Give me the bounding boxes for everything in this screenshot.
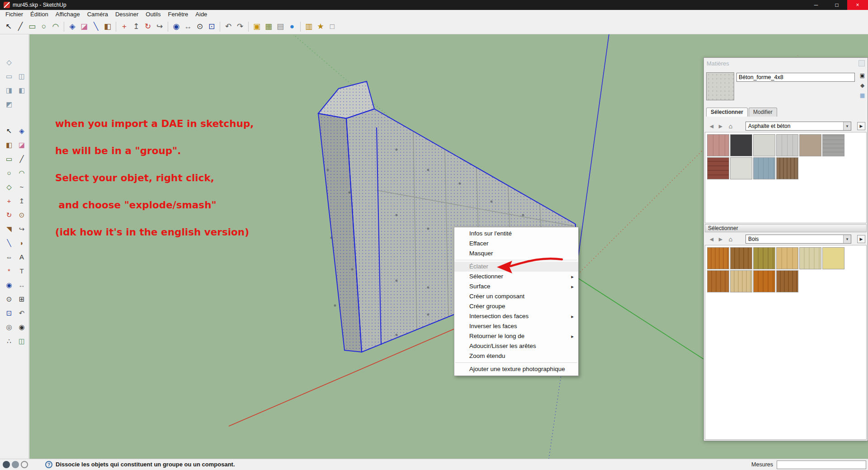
text-icon[interactable]: A: [17, 252, 27, 262]
view-top-icon[interactable]: ▭: [4, 71, 14, 81]
maximize-button[interactable]: □: [826, 0, 847, 10]
material-swatch-bois-cerise[interactable]: [753, 270, 775, 292]
circle-icon[interactable]: ○: [4, 168, 14, 178]
eraser-icon[interactable]: ◪: [78, 21, 90, 33]
material-swatch-bois-orange[interactable]: [707, 247, 729, 269]
send-to-layout-icon[interactable]: ▥: [303, 21, 315, 33]
tape-measure-icon[interactable]: ╲: [90, 21, 102, 33]
material-swatch-bois-moyen[interactable]: [776, 270, 798, 292]
details-arrow-button[interactable]: ▶: [857, 122, 865, 130]
circle-icon[interactable]: ○: [38, 21, 50, 33]
follow-me-icon[interactable]: ↪: [154, 21, 165, 33]
eraser-icon[interactable]: ◪: [17, 140, 27, 150]
context-menu-item-ajouter-une-texture-photographique[interactable]: Ajouter une texture photographique: [454, 364, 578, 374]
collection-dropdown[interactable]: Asphalte et béton ▼: [745, 122, 851, 131]
make-component-icon[interactable]: ◈: [17, 126, 27, 136]
context-menu-item-creer-groupe[interactable]: Créer groupe: [454, 301, 578, 311]
add-location-icon[interactable]: ▣: [251, 21, 263, 33]
rectangle-icon[interactable]: ▭: [4, 154, 14, 164]
position-camera-icon[interactable]: ◎: [4, 322, 14, 332]
menu-affichage[interactable]: Affichage: [52, 10, 84, 19]
orbit-icon[interactable]: ◉: [4, 280, 14, 290]
menu-outils[interactable]: Outils: [142, 10, 164, 19]
select-icon[interactable]: ↖: [4, 126, 14, 136]
context-menu-item-zoom-etendu[interactable]: Zoom étendu: [454, 351, 578, 361]
make-component-icon[interactable]: ◈: [66, 21, 78, 33]
tab-selectionner[interactable]: Sélectionner: [706, 108, 748, 117]
material-swatch-bois-clair[interactable]: [776, 247, 798, 269]
material-swatch-bois-cannelle[interactable]: [707, 270, 729, 292]
context-menu-item-retourner-le-long-de[interactable]: Retourner le long de▸: [454, 331, 578, 341]
model-info-icon[interactable]: □: [326, 21, 338, 33]
material-swatch-bois-brun[interactable]: [730, 247, 752, 269]
paint-bucket-icon[interactable]: ◧: [102, 21, 113, 33]
scale-icon[interactable]: ◥: [4, 224, 14, 234]
claim-status-icon[interactable]: [12, 461, 19, 468]
push-pull-icon[interactable]: ↥: [130, 21, 142, 33]
zoom-extents-icon[interactable]: ⊡: [4, 308, 14, 318]
sample-paint-icon[interactable]: ◆: [859, 81, 866, 89]
back-arrow-icon[interactable]: ◀: [708, 235, 716, 243]
extension-warehouse-icon[interactable]: ★: [315, 21, 326, 33]
material-swatch-beton-clair[interactable]: [753, 134, 775, 156]
minimize-button[interactable]: ─: [806, 0, 826, 10]
context-menu-item-intersection-des-faces[interactable]: Intersection des faces▸: [454, 311, 578, 321]
material-swatch-beton-brun[interactable]: [799, 134, 821, 156]
panel-close-button[interactable]: [859, 60, 865, 66]
move-icon[interactable]: +: [118, 21, 130, 33]
material-swatch-bois-pale[interactable]: [799, 247, 821, 269]
material-swatch-paves-gris[interactable]: [822, 134, 844, 156]
tape-measure-icon[interactable]: ╲: [4, 238, 14, 248]
dimension-icon[interactable]: ⇔: [4, 252, 14, 262]
rectangle-icon[interactable]: ▭: [26, 21, 38, 33]
collection-dropdown-secondary[interactable]: Bois ▼: [745, 235, 851, 244]
menu-aide[interactable]: Aide: [192, 10, 211, 19]
context-menu-item-infos-sur-l-entite[interactable]: Infos sur l'entité: [454, 229, 578, 239]
polygon-icon[interactable]: ◇: [4, 182, 14, 192]
forward-arrow-icon[interactable]: ▶: [717, 235, 725, 243]
material-swatch-lambris-brun[interactable]: [776, 157, 798, 179]
menu-camera[interactable]: Caméra: [84, 10, 112, 19]
material-swatch-beton-blanc[interactable]: [730, 157, 752, 179]
context-menu-item-creer-un-composant[interactable]: Créer un composant: [454, 291, 578, 301]
offset-icon[interactable]: ⊙: [17, 210, 27, 220]
line-icon[interactable]: ╱: [14, 21, 26, 33]
material-preview[interactable]: [706, 72, 734, 100]
view-left-icon[interactable]: ◩: [4, 99, 14, 109]
zoom-extents-icon[interactable]: ⊡: [206, 21, 217, 33]
material-swatch-brique-rouge[interactable]: [707, 157, 729, 179]
view-right-icon[interactable]: ◨: [4, 85, 14, 95]
freehand-icon[interactable]: ~: [17, 182, 27, 192]
toggle-terrain-icon[interactable]: ▦: [263, 21, 274, 33]
material-swatch-bois-olive[interactable]: [753, 247, 775, 269]
rotate-icon[interactable]: ↻: [4, 210, 14, 220]
arc-icon[interactable]: ◠: [17, 168, 27, 178]
geolocation-icon[interactable]: [3, 461, 10, 468]
home-icon[interactable]: ⌂: [726, 122, 735, 130]
credits-icon[interactable]: [21, 461, 28, 468]
zoom-icon[interactable]: ⊙: [194, 21, 206, 33]
pan-icon[interactable]: ↔: [17, 280, 27, 290]
tab-modifier[interactable]: Modifier: [749, 108, 777, 117]
pan-icon[interactable]: ↔: [182, 21, 194, 33]
push-pull-icon[interactable]: ↥: [17, 196, 27, 206]
menu-fenetre[interactable]: Fenêtre: [165, 10, 192, 19]
menu-fichier[interactable]: Fichier: [2, 10, 27, 19]
context-menu-item-surface[interactable]: Surface▸: [454, 282, 578, 291]
select-icon[interactable]: ↖: [3, 21, 14, 33]
3d-warehouse-icon[interactable]: ●: [286, 21, 298, 33]
material-swatch-bois-raye[interactable]: [730, 270, 752, 292]
view-front-icon[interactable]: ◫: [17, 71, 27, 81]
measurements-input[interactable]: [777, 461, 866, 469]
view-iso-icon[interactable]: ◇: [4, 57, 14, 67]
line-icon[interactable]: ╱: [17, 154, 27, 164]
material-swatch-carrelage-bleu[interactable]: [753, 157, 775, 179]
material-swatch-asphalte-fonce[interactable]: [730, 134, 752, 156]
previous-view-icon[interactable]: ↶: [222, 21, 234, 33]
follow-me-icon[interactable]: ↪: [17, 224, 27, 234]
secondary-pane-icon[interactable]: ▣: [859, 71, 866, 79]
help-icon[interactable]: ?: [45, 461, 52, 468]
look-around-icon[interactable]: ◉: [17, 322, 27, 332]
3d-text-icon[interactable]: T: [17, 266, 27, 276]
material-swatch-bois-jaune[interactable]: [822, 247, 844, 269]
